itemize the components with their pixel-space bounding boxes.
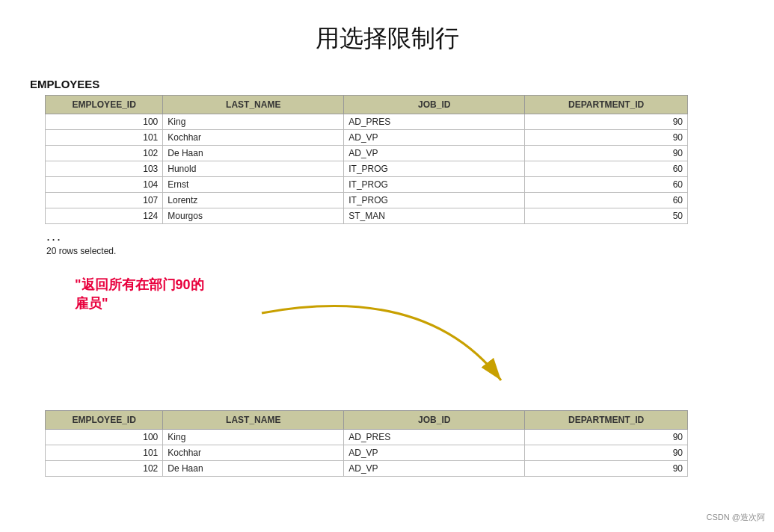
watermark: CSDN @造次阿 xyxy=(707,512,765,523)
page-title: 用选择限制行 xyxy=(30,22,744,55)
header-job-id: JOB_ID xyxy=(344,96,525,114)
dept-id-cell: 90 xyxy=(525,445,688,461)
emp-id-cell: 101 xyxy=(46,130,163,146)
table-row: 104 Ernst IT_PROG 60 xyxy=(46,177,688,193)
table-row: 100 King AD_PRES 90 xyxy=(46,430,688,445)
emp-id-cell: 107 xyxy=(46,193,163,208)
job-id-cell: AD_VP xyxy=(344,445,525,461)
employees-label: EMPLOYEES xyxy=(30,78,744,90)
table-row: 103 Hunold IT_PROG 60 xyxy=(46,161,688,177)
last-name-cell: King xyxy=(163,430,344,445)
annotation-area: "返回所有在部门90的雇员" xyxy=(30,268,744,403)
emp-id-cell: 104 xyxy=(46,177,163,193)
dept-id-cell: 90 xyxy=(525,130,688,146)
header-employee-id: EMPLOYEE_ID xyxy=(46,96,163,114)
bottom-header-job-id: JOB_ID xyxy=(344,411,525,430)
dept-id-cell: 90 xyxy=(525,114,688,130)
last-name-cell: De Haan xyxy=(163,461,344,477)
table-row: 101 Kochhar AD_VP 90 xyxy=(46,130,688,146)
header-department-id: DEPARTMENT_ID xyxy=(525,96,688,114)
rows-selected: 20 rows selected. xyxy=(46,246,744,256)
job-id-cell: AD_VP xyxy=(344,130,525,146)
table-row: 100 King AD_PRES 90 xyxy=(46,114,688,130)
last-name-cell: Hunold xyxy=(163,161,344,177)
dept-id-cell: 50 xyxy=(525,208,688,224)
arrow-svg xyxy=(165,268,553,403)
job-id-cell: ST_MAN xyxy=(344,208,525,224)
last-name-cell: Kochhar xyxy=(163,130,344,146)
job-id-cell: AD_PRES xyxy=(344,114,525,130)
job-id-cell: AD_VP xyxy=(344,461,525,477)
table-row: 124 Mourgos ST_MAN 50 xyxy=(46,208,688,224)
ellipsis: ... xyxy=(46,229,744,244)
table-row: 101 Kochhar AD_VP 90 xyxy=(46,445,688,461)
top-section: EMPLOYEES EMPLOYEE_ID LAST_NAME JOB_ID D… xyxy=(30,78,744,256)
emp-id-cell: 100 xyxy=(46,114,163,130)
table-row: 107 Lorentz IT_PROG 60 xyxy=(46,193,688,208)
last-name-cell: De Haan xyxy=(163,146,344,161)
job-id-cell: AD_PRES xyxy=(344,430,525,445)
table-row: 102 De Haan AD_VP 90 xyxy=(46,461,688,477)
emp-id-cell: 102 xyxy=(46,146,163,161)
dept-id-cell: 90 xyxy=(525,461,688,477)
dept-id-cell: 90 xyxy=(525,430,688,445)
bottom-header-department-id: DEPARTMENT_ID xyxy=(525,411,688,430)
last-name-cell: Lorentz xyxy=(163,193,344,208)
header-last-name: LAST_NAME xyxy=(163,96,344,114)
emp-id-cell: 100 xyxy=(46,430,163,445)
filtered-employees-table: EMPLOYEE_ID LAST_NAME JOB_ID DEPARTMENT_… xyxy=(45,410,688,477)
dept-id-cell: 60 xyxy=(525,161,688,177)
emp-id-cell: 101 xyxy=(46,445,163,461)
bottom-header-employee-id: EMPLOYEE_ID xyxy=(46,411,163,430)
job-id-cell: IT_PROG xyxy=(344,193,525,208)
last-name-cell: Kochhar xyxy=(163,445,344,461)
table-row: 102 De Haan AD_VP 90 xyxy=(46,146,688,161)
job-id-cell: AD_VP xyxy=(344,146,525,161)
job-id-cell: IT_PROG xyxy=(344,161,525,177)
last-name-cell: Ernst xyxy=(163,177,344,193)
last-name-cell: King xyxy=(163,114,344,130)
bottom-header-last-name: LAST_NAME xyxy=(163,411,344,430)
employees-table: EMPLOYEE_ID LAST_NAME JOB_ID DEPARTMENT_… xyxy=(45,95,688,224)
dept-id-cell: 90 xyxy=(525,146,688,161)
emp-id-cell: 124 xyxy=(46,208,163,224)
emp-id-cell: 102 xyxy=(46,461,163,477)
bottom-section: EMPLOYEE_ID LAST_NAME JOB_ID DEPARTMENT_… xyxy=(30,410,744,477)
last-name-cell: Mourgos xyxy=(163,208,344,224)
dept-id-cell: 60 xyxy=(525,193,688,208)
dept-id-cell: 60 xyxy=(525,177,688,193)
emp-id-cell: 103 xyxy=(46,161,163,177)
job-id-cell: IT_PROG xyxy=(344,177,525,193)
